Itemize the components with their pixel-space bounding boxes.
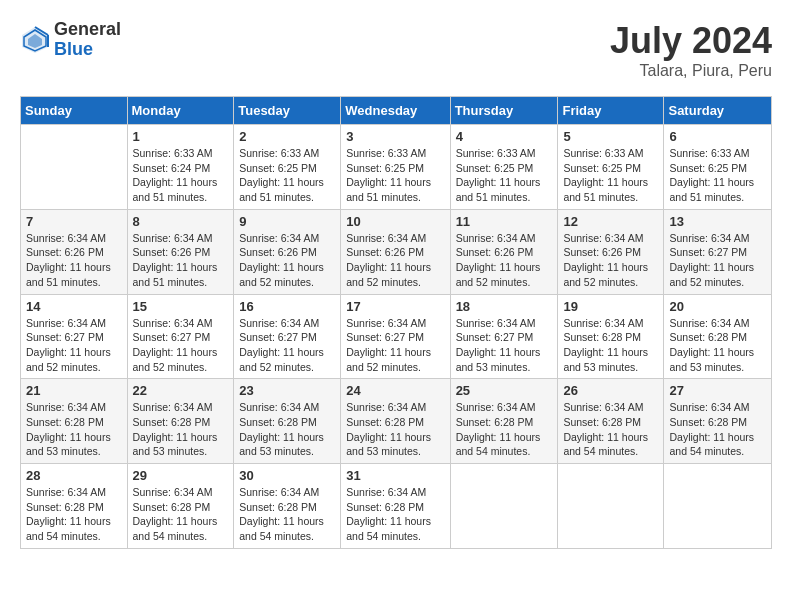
calendar-cell: 28Sunrise: 6:34 AM Sunset: 6:28 PM Dayli… <box>21 464 128 549</box>
header-tuesday: Tuesday <box>234 97 341 125</box>
day-number: 15 <box>133 299 229 314</box>
calendar-cell: 31Sunrise: 6:34 AM Sunset: 6:28 PM Dayli… <box>341 464 450 549</box>
logo-blue: Blue <box>54 40 121 60</box>
week-row-4: 21Sunrise: 6:34 AM Sunset: 6:28 PM Dayli… <box>21 379 772 464</box>
day-info: Sunrise: 6:34 AM Sunset: 6:27 PM Dayligh… <box>669 231 766 290</box>
day-info: Sunrise: 6:34 AM Sunset: 6:28 PM Dayligh… <box>239 400 335 459</box>
calendar-cell: 11Sunrise: 6:34 AM Sunset: 6:26 PM Dayli… <box>450 209 558 294</box>
day-info: Sunrise: 6:34 AM Sunset: 6:28 PM Dayligh… <box>239 485 335 544</box>
day-number: 18 <box>456 299 553 314</box>
day-number: 1 <box>133 129 229 144</box>
calendar-cell: 3Sunrise: 6:33 AM Sunset: 6:25 PM Daylig… <box>341 125 450 210</box>
day-number: 13 <box>669 214 766 229</box>
week-row-3: 14Sunrise: 6:34 AM Sunset: 6:27 PM Dayli… <box>21 294 772 379</box>
day-number: 9 <box>239 214 335 229</box>
calendar-header-row: SundayMondayTuesdayWednesdayThursdayFrid… <box>21 97 772 125</box>
day-number: 31 <box>346 468 444 483</box>
day-info: Sunrise: 6:33 AM Sunset: 6:24 PM Dayligh… <box>133 146 229 205</box>
day-info: Sunrise: 6:33 AM Sunset: 6:25 PM Dayligh… <box>346 146 444 205</box>
day-number: 20 <box>669 299 766 314</box>
calendar-cell: 30Sunrise: 6:34 AM Sunset: 6:28 PM Dayli… <box>234 464 341 549</box>
day-number: 4 <box>456 129 553 144</box>
calendar-cell: 16Sunrise: 6:34 AM Sunset: 6:27 PM Dayli… <box>234 294 341 379</box>
day-info: Sunrise: 6:34 AM Sunset: 6:28 PM Dayligh… <box>133 485 229 544</box>
header-saturday: Saturday <box>664 97 772 125</box>
day-number: 3 <box>346 129 444 144</box>
calendar-cell: 22Sunrise: 6:34 AM Sunset: 6:28 PM Dayli… <box>127 379 234 464</box>
calendar-cell: 27Sunrise: 6:34 AM Sunset: 6:28 PM Dayli… <box>664 379 772 464</box>
logo-text: General Blue <box>54 20 121 60</box>
day-info: Sunrise: 6:33 AM Sunset: 6:25 PM Dayligh… <box>239 146 335 205</box>
day-info: Sunrise: 6:34 AM Sunset: 6:27 PM Dayligh… <box>346 316 444 375</box>
logo-icon <box>20 25 50 55</box>
day-number: 22 <box>133 383 229 398</box>
calendar-cell: 19Sunrise: 6:34 AM Sunset: 6:28 PM Dayli… <box>558 294 664 379</box>
calendar-cell: 13Sunrise: 6:34 AM Sunset: 6:27 PM Dayli… <box>664 209 772 294</box>
calendar-cell: 12Sunrise: 6:34 AM Sunset: 6:26 PM Dayli… <box>558 209 664 294</box>
month-title: July 2024 <box>610 20 772 62</box>
calendar-cell <box>558 464 664 549</box>
day-number: 19 <box>563 299 658 314</box>
calendar-cell: 18Sunrise: 6:34 AM Sunset: 6:27 PM Dayli… <box>450 294 558 379</box>
day-number: 25 <box>456 383 553 398</box>
calendar-cell: 14Sunrise: 6:34 AM Sunset: 6:27 PM Dayli… <box>21 294 128 379</box>
week-row-1: 1Sunrise: 6:33 AM Sunset: 6:24 PM Daylig… <box>21 125 772 210</box>
calendar-cell: 25Sunrise: 6:34 AM Sunset: 6:28 PM Dayli… <box>450 379 558 464</box>
day-info: Sunrise: 6:34 AM Sunset: 6:28 PM Dayligh… <box>563 316 658 375</box>
day-info: Sunrise: 6:34 AM Sunset: 6:26 PM Dayligh… <box>346 231 444 290</box>
day-info: Sunrise: 6:34 AM Sunset: 6:26 PM Dayligh… <box>26 231 122 290</box>
day-info: Sunrise: 6:34 AM Sunset: 6:28 PM Dayligh… <box>346 400 444 459</box>
day-number: 24 <box>346 383 444 398</box>
header-friday: Friday <box>558 97 664 125</box>
calendar-cell: 1Sunrise: 6:33 AM Sunset: 6:24 PM Daylig… <box>127 125 234 210</box>
day-info: Sunrise: 6:34 AM Sunset: 6:26 PM Dayligh… <box>563 231 658 290</box>
calendar-cell: 4Sunrise: 6:33 AM Sunset: 6:25 PM Daylig… <box>450 125 558 210</box>
day-number: 27 <box>669 383 766 398</box>
calendar-cell: 2Sunrise: 6:33 AM Sunset: 6:25 PM Daylig… <box>234 125 341 210</box>
calendar-cell <box>21 125 128 210</box>
calendar-cell: 8Sunrise: 6:34 AM Sunset: 6:26 PM Daylig… <box>127 209 234 294</box>
day-number: 8 <box>133 214 229 229</box>
day-info: Sunrise: 6:34 AM Sunset: 6:28 PM Dayligh… <box>669 316 766 375</box>
day-info: Sunrise: 6:34 AM Sunset: 6:27 PM Dayligh… <box>133 316 229 375</box>
calendar-cell: 23Sunrise: 6:34 AM Sunset: 6:28 PM Dayli… <box>234 379 341 464</box>
day-number: 10 <box>346 214 444 229</box>
calendar-cell: 26Sunrise: 6:34 AM Sunset: 6:28 PM Dayli… <box>558 379 664 464</box>
day-number: 16 <box>239 299 335 314</box>
header-wednesday: Wednesday <box>341 97 450 125</box>
week-row-2: 7Sunrise: 6:34 AM Sunset: 6:26 PM Daylig… <box>21 209 772 294</box>
day-info: Sunrise: 6:34 AM Sunset: 6:28 PM Dayligh… <box>669 400 766 459</box>
day-info: Sunrise: 6:34 AM Sunset: 6:28 PM Dayligh… <box>346 485 444 544</box>
calendar-cell: 6Sunrise: 6:33 AM Sunset: 6:25 PM Daylig… <box>664 125 772 210</box>
calendar-cell: 24Sunrise: 6:34 AM Sunset: 6:28 PM Dayli… <box>341 379 450 464</box>
calendar-cell: 15Sunrise: 6:34 AM Sunset: 6:27 PM Dayli… <box>127 294 234 379</box>
calendar-cell: 7Sunrise: 6:34 AM Sunset: 6:26 PM Daylig… <box>21 209 128 294</box>
day-info: Sunrise: 6:34 AM Sunset: 6:26 PM Dayligh… <box>456 231 553 290</box>
day-info: Sunrise: 6:33 AM Sunset: 6:25 PM Dayligh… <box>563 146 658 205</box>
day-info: Sunrise: 6:34 AM Sunset: 6:27 PM Dayligh… <box>26 316 122 375</box>
calendar-cell <box>450 464 558 549</box>
day-number: 14 <box>26 299 122 314</box>
calendar-cell <box>664 464 772 549</box>
calendar-cell: 21Sunrise: 6:34 AM Sunset: 6:28 PM Dayli… <box>21 379 128 464</box>
calendar-cell: 20Sunrise: 6:34 AM Sunset: 6:28 PM Dayli… <box>664 294 772 379</box>
calendar-cell: 5Sunrise: 6:33 AM Sunset: 6:25 PM Daylig… <box>558 125 664 210</box>
calendar-cell: 9Sunrise: 6:34 AM Sunset: 6:26 PM Daylig… <box>234 209 341 294</box>
day-info: Sunrise: 6:33 AM Sunset: 6:25 PM Dayligh… <box>669 146 766 205</box>
header-thursday: Thursday <box>450 97 558 125</box>
day-number: 6 <box>669 129 766 144</box>
calendar-cell: 10Sunrise: 6:34 AM Sunset: 6:26 PM Dayli… <box>341 209 450 294</box>
logo-general: General <box>54 20 121 40</box>
day-number: 29 <box>133 468 229 483</box>
day-number: 2 <box>239 129 335 144</box>
day-number: 30 <box>239 468 335 483</box>
logo: General Blue <box>20 20 121 60</box>
header-monday: Monday <box>127 97 234 125</box>
day-number: 11 <box>456 214 553 229</box>
week-row-5: 28Sunrise: 6:34 AM Sunset: 6:28 PM Dayli… <box>21 464 772 549</box>
day-number: 17 <box>346 299 444 314</box>
day-info: Sunrise: 6:34 AM Sunset: 6:28 PM Dayligh… <box>456 400 553 459</box>
day-number: 12 <box>563 214 658 229</box>
header-sunday: Sunday <box>21 97 128 125</box>
day-info: Sunrise: 6:34 AM Sunset: 6:28 PM Dayligh… <box>133 400 229 459</box>
